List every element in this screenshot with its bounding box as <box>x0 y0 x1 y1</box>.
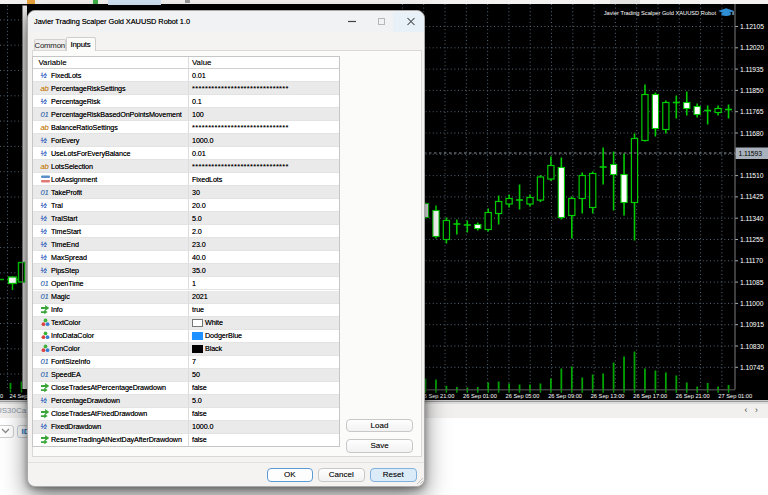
svg-text:0 24 Sep: 0 24 Sep <box>0 393 27 399</box>
svg-text:Javier Trading Scalper Gold XA: Javier Trading Scalper Gold XAUUSD Robot <box>604 10 717 16</box>
svg-text:1.11765: 1.11765 <box>740 108 764 115</box>
svg-text:26 Sep 17:00: 26 Sep 17:00 <box>633 393 667 399</box>
svg-text:1.11850: 1.11850 <box>740 86 764 93</box>
svg-text:26 Sep 09:00: 26 Sep 09:00 <box>548 393 582 399</box>
svg-text:1.10915: 1.10915 <box>740 321 764 328</box>
svg-text:25 Sep 21:00: 25 Sep 21:00 <box>421 393 455 399</box>
svg-text:1.11340: 1.11340 <box>740 214 764 221</box>
svg-text:1.11000: 1.11000 <box>740 299 764 306</box>
svg-text:1.11085: 1.11085 <box>740 278 764 285</box>
svg-text:1.11425: 1.11425 <box>740 193 764 200</box>
svg-text:1.11510: 1.11510 <box>740 172 764 179</box>
svg-text:1.11680: 1.11680 <box>740 129 764 136</box>
svg-text:1.10830: 1.10830 <box>740 342 764 349</box>
svg-text:1.12020: 1.12020 <box>740 44 764 51</box>
svg-text:26 Sep 21:00: 26 Sep 21:00 <box>676 393 710 399</box>
svg-text:26 Sep 01:00: 26 Sep 01:00 <box>463 393 497 399</box>
svg-text:26 Sep 05:00: 26 Sep 05:00 <box>506 393 540 399</box>
svg-text:1.10745: 1.10745 <box>740 363 764 370</box>
svg-text:27 Sep 01:00: 27 Sep 01:00 <box>718 393 752 399</box>
svg-text:1.11593: 1.11593 <box>739 150 763 157</box>
svg-text:1.11170: 1.11170 <box>740 257 763 264</box>
svg-text:1.11935: 1.11935 <box>740 65 764 72</box>
svg-text:1.11255: 1.11255 <box>740 236 764 243</box>
svg-text:1.12105: 1.12105 <box>740 23 764 30</box>
svg-text:26 Sep 13:00: 26 Sep 13:00 <box>591 393 625 399</box>
